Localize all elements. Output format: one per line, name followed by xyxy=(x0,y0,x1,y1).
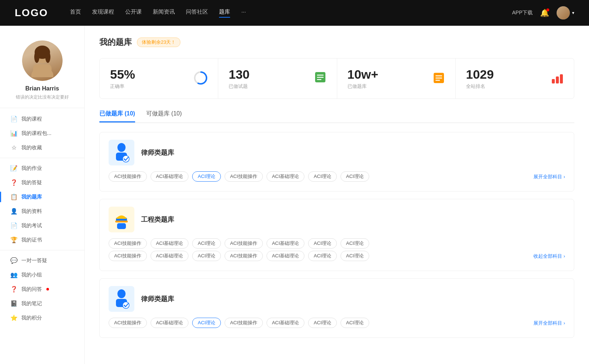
sidebar-menu: 📄 我的课程 📊 我的课程包... ☆ 我的收藏 📝 我的作业 ❓ 我的答疑 � xyxy=(0,108,84,329)
profile-name: Brian Harris xyxy=(25,85,59,92)
svg-point-25 xyxy=(117,289,126,298)
nav-menu: 首页 发现课程 公开课 新闻资讯 问答社区 题库 ··· xyxy=(70,8,497,18)
tag-eng-2[interactable]: ACI理论 xyxy=(192,238,221,249)
lawyer-icon-svg xyxy=(112,143,131,163)
bank-item-lawyer-1: 律师类题库 ACI技能操作 ACI基础理论 ACI理论 ACI技能操作 ACI基… xyxy=(99,132,574,192)
stat-rank-text: 1029 全站排名 xyxy=(466,67,494,90)
profile-avatar-svg xyxy=(29,44,55,77)
my-qa-dot xyxy=(46,288,49,290)
stat-accuracy: 55% 正确率 xyxy=(100,58,218,99)
bank-icon-engineer xyxy=(109,207,134,232)
sidebar-item-notes[interactable]: 📓 我的笔记 xyxy=(0,296,84,311)
tag-l2-4[interactable]: ACI基础理论 xyxy=(267,318,305,328)
stat-rank-label: 全站排名 xyxy=(466,83,494,90)
sidebar-item-question-bank[interactable]: 📋 我的题库 xyxy=(0,190,84,204)
user-avatar-menu[interactable]: ▾ xyxy=(557,6,574,19)
tag-eng-r2-5[interactable]: ACI理论 xyxy=(308,251,337,261)
tag-lawyer-1-3[interactable]: ACI技能操作 xyxy=(225,171,263,182)
tag-eng-r2-4[interactable]: ACI基础理论 xyxy=(267,251,305,261)
tag-l2-3[interactable]: ACI技能操作 xyxy=(225,318,263,328)
sidebar-item-exam[interactable]: 📄 我的考试 xyxy=(0,218,84,233)
tag-lawyer-1-0[interactable]: ACI技能操作 xyxy=(109,171,147,182)
stat-rank: 1029 全站排名 xyxy=(456,58,574,99)
sidebar-item-group[interactable]: 👥 我的小组 xyxy=(0,268,84,282)
sidebar-item-course-package[interactable]: 📊 我的课程包... xyxy=(0,126,84,140)
expand-lawyer-2[interactable]: 展开全部科目 › xyxy=(533,320,565,326)
nav-home[interactable]: 首页 xyxy=(70,8,81,18)
sidebar-item-favorites[interactable]: ☆ 我的收藏 xyxy=(0,140,84,155)
tag-eng-r2-1[interactable]: ACI基础理论 xyxy=(151,251,189,261)
tag-l2-2[interactable]: ACI理论 xyxy=(192,318,221,328)
stat-banks-icon xyxy=(433,72,445,86)
page-title: 我的题库 xyxy=(99,37,132,48)
tag-eng-r2-0[interactable]: ACI技能操作 xyxy=(109,251,147,261)
one-on-one-icon: 💬 xyxy=(10,257,18,264)
svg-rect-24 xyxy=(117,223,126,229)
sidebar-item-certificate[interactable]: 🏆 我的证书 xyxy=(0,233,84,247)
sidebar-divider-2 xyxy=(0,250,84,250)
sidebar-item-one-on-one[interactable]: 💬 一对一答疑 xyxy=(0,253,84,268)
svg-rect-9 xyxy=(317,75,324,76)
package-icon: 📊 xyxy=(10,130,18,137)
tag-eng-0[interactable]: ACI技能操作 xyxy=(109,238,147,249)
tag-eng-6[interactable]: ACI理论 xyxy=(341,238,369,249)
tag-l2-5[interactable]: ACI理论 xyxy=(308,318,337,328)
stat-accuracy-value: 55% xyxy=(110,67,135,82)
tag-eng-1[interactable]: ACI基础理论 xyxy=(151,238,189,249)
tab-done-banks[interactable]: 已做题库 (10) xyxy=(99,110,135,122)
sidebar-item-my-courses[interactable]: 📄 我的课程 xyxy=(0,112,84,126)
tag-row-engineer-2: ACI技能操作 ACI基础理论 ACI理论 ACI技能操作 ACI基础理论 AC… xyxy=(109,251,565,261)
tag-eng-r2-2[interactable]: ACI理论 xyxy=(192,251,221,261)
svg-point-21 xyxy=(123,156,129,162)
group-icon: 👥 xyxy=(10,271,18,278)
sidebar-item-qa[interactable]: ❓ 我的答疑 xyxy=(0,175,84,190)
nav-more[interactable]: ··· xyxy=(241,8,246,18)
sidebar-item-homework[interactable]: 📝 我的作业 xyxy=(0,161,84,175)
bank-title-lawyer-2: 律师类题库 xyxy=(141,295,174,303)
svg-point-27 xyxy=(123,302,129,308)
tag-lawyer-1-2[interactable]: ACI理论 xyxy=(192,171,221,182)
stat-done-banks-value: 10w+ xyxy=(348,67,378,82)
profile-avatar-image xyxy=(22,40,63,81)
tag-eng-5[interactable]: ACI理论 xyxy=(308,238,337,249)
courses-icon: 📄 xyxy=(10,115,18,122)
tag-l2-6[interactable]: ACI理论 xyxy=(341,318,369,328)
sidebar-item-my-qa[interactable]: ❓ 我的问答 xyxy=(0,282,84,296)
sidebar-item-points[interactable]: ⭐ 我的积分 xyxy=(0,311,84,325)
svg-rect-15 xyxy=(435,80,440,81)
svg-rect-11 xyxy=(317,79,321,80)
nav-discover[interactable]: 发现课程 xyxy=(92,8,114,18)
tag-lawyer-1-6[interactable]: ACI理论 xyxy=(341,171,369,182)
tag-lawyer-1-1[interactable]: ACI基础理论 xyxy=(151,171,189,182)
navbar-right: APP下载 🔔 ▾ xyxy=(512,6,574,19)
svg-rect-18 xyxy=(560,74,563,83)
tag-l2-0[interactable]: ACI技能操作 xyxy=(109,318,147,328)
stat-done-questions-text: 130 已做试题 xyxy=(229,67,250,90)
notification-bell[interactable]: 🔔 xyxy=(540,8,549,17)
expand-lawyer-1[interactable]: 展开全部科目 › xyxy=(533,174,565,179)
nav-news[interactable]: 新闻资讯 xyxy=(153,8,175,18)
sidebar-label-my-qa: 我的问答 xyxy=(21,286,42,293)
nav-open-course[interactable]: 公开课 xyxy=(125,8,142,18)
page-title-row: 我的题库 体验剩余23天！ xyxy=(99,37,574,48)
sidebar-item-profile[interactable]: 👤 我的资料 xyxy=(0,204,84,218)
tag-eng-4[interactable]: ACI基础理论 xyxy=(267,238,305,249)
bank-title-engineer: 工程类题库 xyxy=(141,215,174,224)
nav-qa[interactable]: 问答社区 xyxy=(186,8,208,18)
tag-l2-1[interactable]: ACI基础理论 xyxy=(151,318,189,328)
tag-eng-r2-6[interactable]: ACI理论 xyxy=(341,251,369,261)
tag-eng-r2-3[interactable]: ACI技能操作 xyxy=(225,251,263,261)
tag-eng-3[interactable]: ACI技能操作 xyxy=(225,238,263,249)
svg-rect-14 xyxy=(435,78,442,79)
profile-avatar-container xyxy=(22,40,63,81)
tag-lawyer-1-5[interactable]: ACI理论 xyxy=(308,171,337,182)
tag-lawyer-1-4[interactable]: ACI基础理论 xyxy=(267,171,305,182)
nav-qbank[interactable]: 题库 xyxy=(219,8,230,18)
main-layout: Brian Harris 错误的决定比没有决定要好 📄 我的课程 📊 我的课程包… xyxy=(0,26,589,364)
collapse-engineer[interactable]: 收起全部科目 › xyxy=(533,253,565,259)
tabs-row: 已做题库 (10) 可做题库 (10) xyxy=(99,110,574,123)
profile-icon: 👤 xyxy=(10,208,18,215)
tab-available-banks[interactable]: 可做题库 (10) xyxy=(146,110,182,122)
sidebar-label-exam: 我的考试 xyxy=(21,222,42,229)
app-download-link[interactable]: APP下载 xyxy=(512,10,533,16)
